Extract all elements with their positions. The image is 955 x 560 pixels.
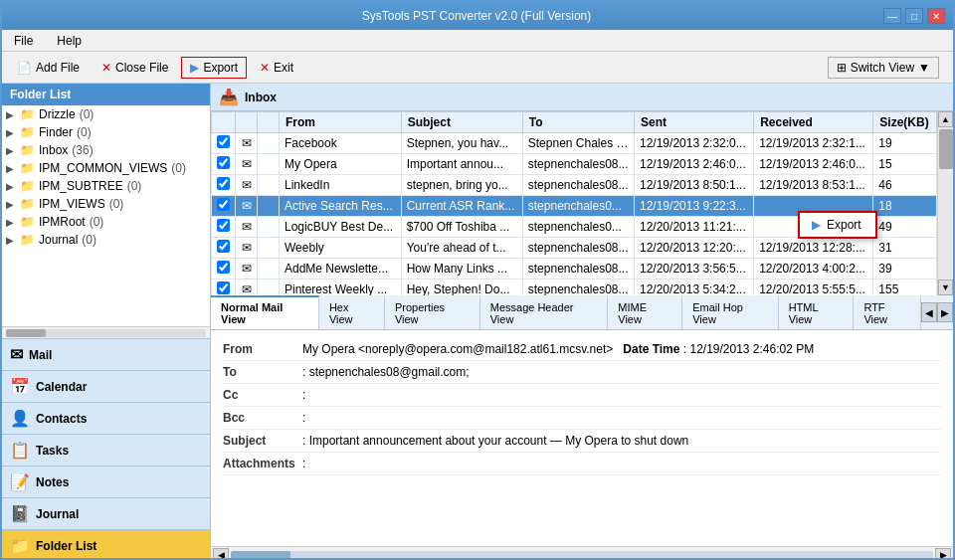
export-button[interactable]: ▶ Export <box>181 57 247 79</box>
folder-inbox[interactable]: ▶ 📁 Inbox (36) <box>2 141 210 159</box>
row-sent: 12/19/2013 9:22:3... <box>635 196 754 217</box>
sidebar-item-notes[interactable]: 📝 Notes <box>2 467 210 498</box>
tab-header[interactable]: Message Header View <box>480 295 609 329</box>
app-title: SysTools PST Converter v2.0 (Full Versio… <box>70 9 883 23</box>
email-vscrollbar[interactable]: ▲ ▼ <box>937 111 953 295</box>
row-check[interactable] <box>212 238 236 259</box>
folder-ipm-common[interactable]: ▶ 📁 IPM_COMMON_VIEWS (0) <box>2 159 210 177</box>
minimize-button[interactable]: — <box>883 8 901 24</box>
vscroll-down[interactable]: ▼ <box>938 280 953 295</box>
row-sent: 12/19/2013 2:46:0... <box>635 154 754 175</box>
sidebar-item-calendar[interactable]: 📅 Calendar <box>2 371 210 403</box>
table-row[interactable]: ✉ Pinterest Weekly ... Hey, Stephen! Do.… <box>212 280 937 296</box>
col-received[interactable]: Received <box>754 112 873 133</box>
detail-bcc-row: Bcc : <box>223 407 941 430</box>
sidebar-item-tasks[interactable]: 📋 Tasks <box>2 435 210 467</box>
row-attach <box>258 259 280 280</box>
row-check[interactable] <box>212 175 236 196</box>
row-size: 15 <box>873 154 937 175</box>
folder-drizzle[interactable]: ▶ 📁 Drizzle (0) <box>2 105 210 123</box>
row-from: LogicBUY Best De... <box>280 217 402 238</box>
row-check[interactable] <box>212 259 236 280</box>
tab-mime[interactable]: MIME View <box>608 295 682 329</box>
row-check[interactable] <box>212 154 236 175</box>
email-table-wrapper[interactable]: From Subject To Sent Received Size(KB) ✉… <box>211 111 937 295</box>
row-check[interactable] <box>212 217 236 238</box>
sidebar-item-contacts[interactable]: 👤 Contacts <box>2 403 210 435</box>
folder-ipmroot[interactable]: ▶ 📁 IPMRoot (0) <box>2 213 210 231</box>
tab-hex[interactable]: Hex View <box>319 295 385 329</box>
folder-journal[interactable]: ▶ 📁 Journal (0) <box>2 231 210 249</box>
tab-emailhop[interactable]: Email Hop View <box>682 295 778 329</box>
inbox-header-icon: 📥 <box>219 88 239 106</box>
row-from: LinkedIn <box>280 175 402 196</box>
row-received: 12/19/2013 8:53:1... <box>754 175 873 196</box>
tab-html[interactable]: HTML View <box>779 295 855 329</box>
inbox-header: 📥 Inbox <box>211 84 953 111</box>
close-button[interactable]: ✕ <box>927 8 945 24</box>
hscroll-right-button[interactable]: ▶ <box>935 548 951 561</box>
col-subject[interactable]: Subject <box>401 112 522 133</box>
row-sent: 12/20/2013 5:34:2... <box>635 280 754 296</box>
exit-button[interactable]: ✕ Exit <box>251 57 302 79</box>
col-size[interactable]: Size(KB) <box>873 112 937 133</box>
sidebar-item-mail[interactable]: ✉ Mail <box>2 339 210 371</box>
folder-icon: 📁 <box>20 233 35 247</box>
row-icon: ✉ <box>236 175 258 196</box>
row-attach <box>258 133 280 154</box>
hscroll-left-button[interactable]: ◀ <box>213 548 229 561</box>
folder-arrow: ▶ <box>6 235 14 246</box>
tab-normal-mail[interactable]: Normal Mail View <box>211 295 319 329</box>
tab-rtf[interactable]: RTF View <box>854 295 921 329</box>
journal-icon: 📓 <box>10 504 30 523</box>
folder-ipm-views[interactable]: ▶ 📁 IPM_VIEWS (0) <box>2 195 210 213</box>
row-attach <box>258 196 280 217</box>
hscroll-thumb[interactable] <box>231 551 290 559</box>
row-check[interactable] <box>212 196 236 217</box>
row-from: My Opera <box>280 154 402 175</box>
add-file-button[interactable]: 📄 Add File <box>8 57 89 79</box>
row-check[interactable] <box>212 133 236 154</box>
maximize-button[interactable]: □ <box>905 8 923 24</box>
row-from: Active Search Res... <box>280 196 402 217</box>
table-row[interactable]: ✉ Facebook Stepnen, you hav... Stepnen C… <box>212 133 937 154</box>
table-row[interactable]: ✉ Weebly You're ahead of t... stepnencha… <box>212 238 937 259</box>
row-size: 19 <box>873 133 937 154</box>
row-subject: Stepnen, you hav... <box>401 133 522 154</box>
context-menu-export[interactable]: ▶ Export <box>800 213 875 237</box>
table-row[interactable]: ✉ LinkedIn stepnen, bring yo... stepnenc… <box>212 175 937 196</box>
row-attach <box>258 238 280 259</box>
row-subject: $700 Off Toshiba ... <box>401 217 522 238</box>
folder-hscrollbar[interactable] <box>2 326 210 338</box>
col-sent[interactable]: Sent <box>635 112 754 133</box>
close-file-button[interactable]: ✕ Close File <box>93 57 177 79</box>
tab-prev-button[interactable]: ◀ <box>921 302 937 322</box>
hscroll-track <box>231 551 933 559</box>
tab-next-button[interactable]: ▶ <box>937 302 953 322</box>
row-icon: ✉ <box>236 154 258 175</box>
menu-file[interactable]: File <box>8 32 39 50</box>
bottom-scrollbar[interactable]: ◀ ▶ <box>211 546 953 560</box>
table-row[interactable]: ✉ My Opera Important annou... stepnencha… <box>212 154 937 175</box>
folder-finder[interactable]: ▶ 📁 Finder (0) <box>2 123 210 141</box>
col-from[interactable]: From <box>280 112 402 133</box>
sidebar-item-folder-list[interactable]: 📁 Folder List <box>2 530 210 560</box>
switch-view-button[interactable]: ⊞ Switch View ▼ <box>828 57 939 79</box>
row-subject: You're ahead of t... <box>401 238 522 259</box>
context-menu: ▶ Export <box>798 211 877 239</box>
content-area: 📥 Inbox From Subject To Sent <box>211 84 953 560</box>
row-size: 155 <box>873 280 937 296</box>
vscroll-up[interactable]: ▲ <box>938 111 953 127</box>
email-table: From Subject To Sent Received Size(KB) ✉… <box>211 111 937 295</box>
menu-help[interactable]: Help <box>51 32 88 50</box>
col-to[interactable]: To <box>522 112 634 133</box>
row-subject: How Many Links ... <box>401 259 522 280</box>
sidebar-item-journal[interactable]: 📓 Journal <box>2 498 210 530</box>
folder-ipm-subtree[interactable]: ▶ 📁 IPM_SUBTREE (0) <box>2 177 210 195</box>
tab-properties[interactable]: Properties View <box>385 295 480 329</box>
col-icon <box>236 112 258 133</box>
row-check[interactable] <box>212 280 236 296</box>
row-subject: Important annou... <box>401 154 522 175</box>
notes-icon: 📝 <box>10 472 30 491</box>
table-row[interactable]: ✉ AddMe Newslette... How Many Links ... … <box>212 259 937 280</box>
